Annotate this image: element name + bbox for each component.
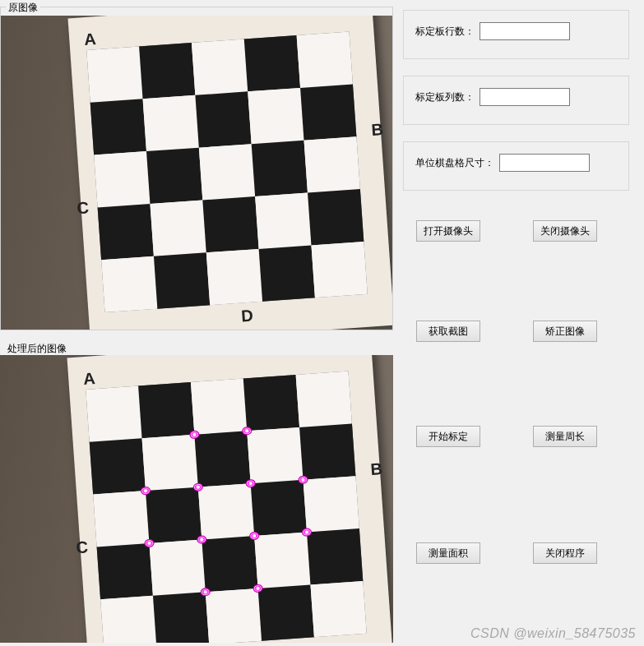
- board-label-d: D: [241, 307, 254, 326]
- original-image-label: 原图像: [6, 1, 40, 15]
- rows-label: 标定板行数：: [415, 25, 475, 39]
- processed-image-panel: 处理后的图像 A B C D: [0, 347, 393, 643]
- board-label-c: C: [76, 538, 89, 557]
- cols-label: 标定板列数：: [415, 90, 475, 104]
- cellsize-group: 单位棋盘格尺寸：: [403, 141, 629, 191]
- cellsize-input[interactable]: [499, 154, 590, 172]
- board-label-a: A: [84, 30, 97, 49]
- rows-input[interactable]: [480, 22, 570, 40]
- measure-perimeter-button[interactable]: 测量周长: [533, 426, 597, 447]
- original-image-panel: 原图像 A B C D: [0, 7, 393, 330]
- start-calibration-button[interactable]: 开始标定: [416, 426, 480, 447]
- checkerboard: [86, 32, 368, 313]
- board-label-a: A: [83, 369, 96, 389]
- cellsize-label: 单位棋盘格尺寸：: [415, 156, 494, 170]
- close-camera-button[interactable]: 关闭摄像头: [533, 220, 597, 242]
- processed-image-view: A B C D: [0, 355, 393, 643]
- rows-group: 标定板行数：: [403, 10, 629, 59]
- rectify-button[interactable]: 矫正图像: [533, 321, 597, 342]
- board-label-b: B: [371, 120, 384, 140]
- watermark-text: CSDN @weixin_58475035: [470, 626, 636, 641]
- cols-group: 标定板列数：: [403, 76, 629, 125]
- cols-input[interactable]: [480, 88, 570, 106]
- controls-region: 标定板行数： 标定板列数： 单位棋盘格尺寸： 打开摄像头 关闭摄像头 获取截图 …: [403, 0, 644, 646]
- capture-button[interactable]: 获取截图: [416, 321, 480, 342]
- original-image-view: A B C D: [1, 16, 392, 330]
- board-label-c: C: [76, 198, 90, 218]
- open-camera-button[interactable]: 打开摄像头: [416, 220, 480, 242]
- measure-area-button[interactable]: 测量面积: [416, 542, 480, 564]
- board-label-b: B: [370, 459, 383, 479]
- checkerboard-detected: [86, 371, 367, 643]
- processed-image-label: 处理后的图像: [5, 342, 69, 356]
- close-app-button[interactable]: 关闭程序: [533, 542, 597, 564]
